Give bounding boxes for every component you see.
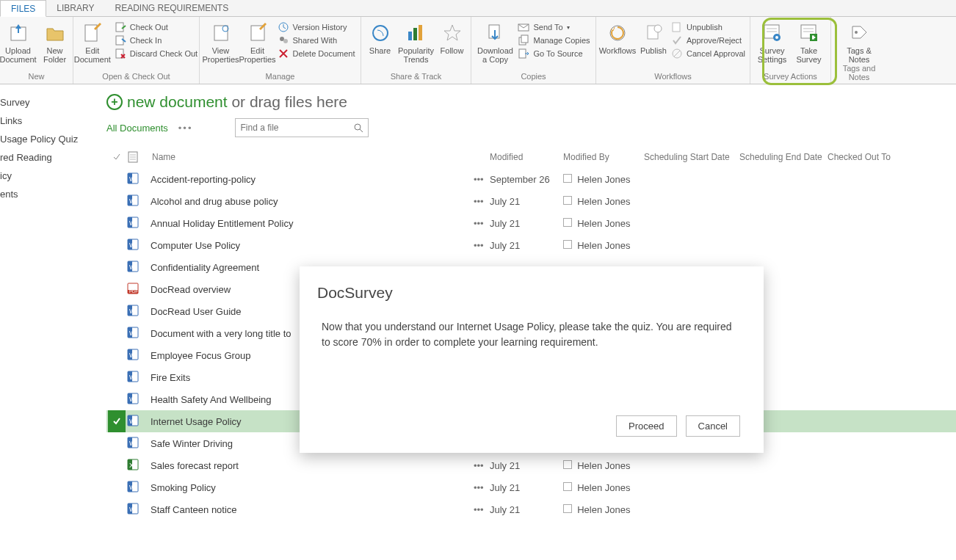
plus-icon: + <box>106 94 123 110</box>
tab-files[interactable]: FILES <box>0 0 46 17</box>
row-menu[interactable]: ••• <box>474 218 490 229</box>
new-folder-button[interactable]: New Folder <box>37 20 73 64</box>
ribbon-group-share: Share & Track <box>366 72 466 82</box>
table-row[interactable]: Annual Holiday Entitlement Policy•••July… <box>106 212 956 234</box>
follow-button[interactable]: Follow <box>436 20 468 55</box>
row-name[interactable]: Annual Holiday Entitlement Policy <box>151 218 474 229</box>
file-type-icon <box>127 393 139 404</box>
leftnav-item[interactable]: Usage Policy Quiz <box>0 130 99 148</box>
proceed-button[interactable]: Proceed <box>616 415 676 437</box>
row-modified-by: Helen Jones <box>563 174 644 185</box>
table-row[interactable]: Accident-reporting-policy•••September 26… <box>106 168 956 190</box>
share-button[interactable]: Share <box>364 20 396 55</box>
upload-document-button[interactable]: Upload Document <box>0 20 37 64</box>
col-name[interactable]: Name <box>151 152 474 162</box>
row-menu[interactable]: ••• <box>474 240 490 251</box>
row-name[interactable]: Smoking Policy <box>151 482 474 493</box>
tags-notes-button[interactable]: Tags & Notes <box>841 20 877 64</box>
table-row[interactable]: Sales forecast report•••July 21 Helen Jo… <box>106 454 956 476</box>
row-name[interactable]: Computer Use Policy <box>151 240 474 251</box>
row-modified: July 21 <box>490 240 563 251</box>
tab-reading-requirements[interactable]: READING REQUIREMENTS <box>105 0 239 16</box>
shared-with-button[interactable]: Shared With <box>278 34 355 46</box>
manage-copies-button[interactable]: Manage Copies <box>518 34 590 46</box>
row-modified-by: Helen Jones <box>563 218 644 229</box>
col-start[interactable]: Scheduling Start Date <box>644 152 739 162</box>
search-field[interactable] <box>240 123 353 133</box>
row-menu[interactable]: ••• <box>474 196 490 207</box>
docsurvey-dialog: DocSurvey Now that you understand our In… <box>300 266 764 453</box>
row-modified-by: Helen Jones <box>563 240 644 251</box>
svg-rect-25 <box>408 32 412 40</box>
approve-reject-button[interactable]: Approve/Reject <box>671 34 745 46</box>
version-history-button[interactable]: Version History <box>278 21 355 33</box>
discard-checkout-button[interactable]: Discard Check Out <box>115 48 198 59</box>
row-modified-by: Helen Jones <box>563 460 644 471</box>
tab-library[interactable]: LIBRARY <box>46 0 104 16</box>
file-type-icon <box>127 261 139 272</box>
svg-rect-15 <box>116 23 123 32</box>
view-all-documents[interactable]: All Documents <box>106 123 168 134</box>
file-type-icon <box>127 437 139 448</box>
row-name[interactable]: Staff Canteen notice <box>151 504 474 515</box>
leftnav-item[interactable]: ents <box>0 185 99 203</box>
file-type-icon <box>127 194 139 206</box>
svg-rect-14 <box>85 25 97 41</box>
send-to-button[interactable]: Send To▾ <box>518 21 590 33</box>
download-copy-button[interactable]: Download a Copy <box>474 20 516 64</box>
col-modified-by[interactable]: Modified By <box>563 152 644 162</box>
svg-rect-32 <box>519 49 526 58</box>
view-properties-button[interactable]: View Properties <box>203 20 239 64</box>
row-menu[interactable]: ••• <box>474 504 490 515</box>
table-row[interactable]: Alcohol and drug abuse policy•••July 21 … <box>106 190 956 212</box>
check-out-button[interactable]: Check Out <box>115 21 198 33</box>
search-input[interactable] <box>235 118 369 137</box>
svg-point-24 <box>373 26 388 40</box>
table-row[interactable]: Computer Use Policy•••July 21 Helen Jone… <box>106 234 956 256</box>
workflows-button[interactable]: Workflows <box>598 20 637 55</box>
col-end[interactable]: Scheduling End Date <box>739 152 828 162</box>
svg-line-38 <box>674 51 680 57</box>
row-menu[interactable]: ••• <box>474 460 490 471</box>
publish-button[interactable]: Publish <box>637 20 670 55</box>
checkbox-icon <box>563 240 572 249</box>
row-modified: July 21 <box>490 196 563 207</box>
row-menu[interactable]: ••• <box>474 482 490 493</box>
row-modified: July 21 <box>490 460 563 471</box>
row-modified-by: Helen Jones <box>563 504 644 515</box>
cancel-button[interactable]: Cancel <box>686 415 740 437</box>
row-modified: July 21 <box>490 218 563 229</box>
popularity-trends-button[interactable]: Popularity Trends <box>396 20 436 64</box>
row-modified: July 21 <box>490 504 563 515</box>
new-document-link[interactable]: + new document or drag files here <box>106 93 956 111</box>
unpublish-button[interactable]: Unpublish <box>671 21 745 33</box>
select-all-icon[interactable] <box>112 153 121 161</box>
row-name[interactable]: Alcohol and drug abuse policy <box>151 196 474 207</box>
ribbon-group-open: Open & Check Out <box>78 72 195 82</box>
table-row[interactable]: Staff Canteen notice•••July 21 Helen Jon… <box>106 498 956 520</box>
svg-point-49 <box>355 124 361 130</box>
col-checked[interactable]: Checked Out To <box>828 152 901 162</box>
leftnav-item[interactable]: Links <box>0 112 99 130</box>
row-modified-by: Helen Jones <box>563 196 644 207</box>
table-row[interactable]: Smoking Policy•••July 21 Helen Jones <box>106 476 956 498</box>
file-type-icon <box>127 481 139 492</box>
dialog-title: DocSurvey <box>300 266 764 302</box>
check-in-button[interactable]: Check In <box>115 34 198 46</box>
leftnav-item[interactable]: red Reading <box>0 148 99 167</box>
checkbox-icon <box>563 482 572 491</box>
leftnav-item[interactable]: icy <box>0 167 99 185</box>
row-menu[interactable]: ••• <box>474 174 490 185</box>
cancel-approval-button[interactable]: Cancel Approval <box>671 48 745 59</box>
svg-point-35 <box>654 25 662 32</box>
view-menu[interactable]: ••• <box>178 123 193 134</box>
edit-properties-button[interactable]: Edit Properties <box>239 20 276 64</box>
delete-document-button[interactable]: Delete Document <box>278 48 355 59</box>
file-type-icon <box>127 283 139 294</box>
row-name[interactable]: Sales forecast report <box>151 460 474 471</box>
row-name[interactable]: Accident-reporting-policy <box>151 174 474 185</box>
edit-document-button[interactable]: Edit Document <box>72 20 113 64</box>
goto-source-button[interactable]: Go To Source <box>518 48 590 59</box>
col-modified[interactable]: Modified <box>490 152 563 162</box>
leftnav-item[interactable]: Survey <box>0 93 99 112</box>
